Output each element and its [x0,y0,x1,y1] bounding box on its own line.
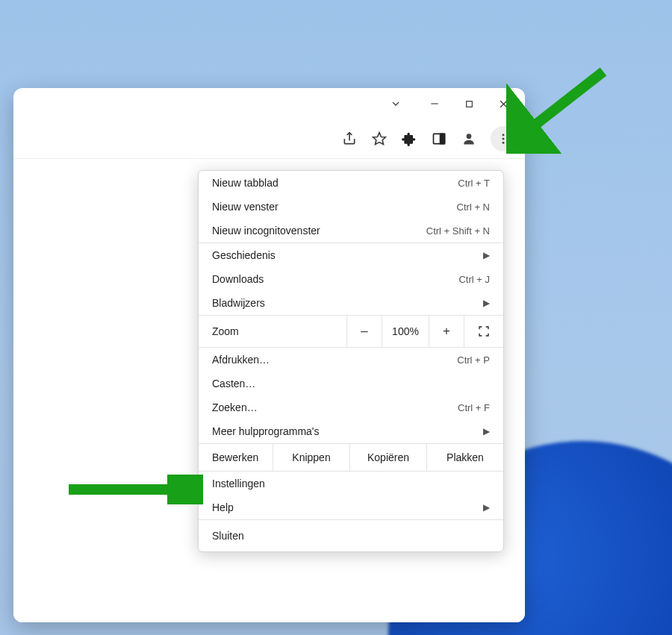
window-close-button[interactable] [486,92,520,116]
menu-label: Downloads [212,273,264,285]
svg-rect-1 [466,101,472,107]
menu-shortcut: Ctrl + F [458,402,490,413]
edit-cut-button[interactable]: Knippen [273,444,349,471]
window-minimize-button[interactable] [417,92,452,116]
menu-shortcut: Ctrl + T [458,178,490,189]
menu-label: Zoeken… [212,401,258,413]
menu-shortcut: Ctrl + N [457,201,490,213]
window-titlebar [13,88,525,119]
profile-icon[interactable] [461,131,477,147]
zoom-label: Zoom [199,325,346,337]
svg-point-10 [503,134,505,136]
menu-label: Geschiedenis [212,249,276,261]
fullscreen-button[interactable] [464,316,503,347]
share-icon[interactable] [341,131,358,147]
chrome-main-menu: Nieuw tabblad Ctrl + T Nieuw venster Ctr… [198,170,504,552]
tab-chevron-down[interactable] [379,92,413,116]
menu-item-new-window[interactable]: Nieuw venster Ctrl + N [199,195,503,219]
menu-label: Meer hulpprogramma's [212,425,320,437]
menu-edit-row: Bewerken Knippen Kopiëren Plakken [199,443,503,472]
bookmark-star-icon[interactable] [371,131,388,147]
menu-item-more-tools[interactable]: Meer hulpprogramma's ▶ [199,419,503,443]
extensions-icon[interactable] [401,131,417,147]
menu-item-quit[interactable]: Sluiten [199,519,503,551]
menu-shortcut: Ctrl + P [457,354,490,366]
menu-label: Afdrukken… [212,354,270,366]
menu-item-print[interactable]: Afdrukken… Ctrl + P [199,348,503,372]
edit-label: Bewerken [199,444,273,471]
menu-item-new-tab[interactable]: Nieuw tabblad Ctrl + T [199,171,503,195]
zoom-in-button[interactable]: + [429,316,464,347]
submenu-arrow-icon: ▶ [483,502,490,513]
menu-label: Casten… [212,378,255,390]
menu-item-settings[interactable]: Instellingen [199,472,503,495]
menu-label: Bladwijzers [212,297,265,309]
menu-shortcut: Ctrl + Shift + N [426,225,490,237]
svg-rect-8 [441,134,445,143]
menu-label: Nieuw tabblad [212,177,279,189]
svg-line-13 [521,72,603,136]
svg-point-11 [503,138,505,140]
window-maximize-button[interactable] [452,92,486,116]
zoom-value: 100% [382,316,429,347]
menu-item-help[interactable]: Help ▶ [199,495,503,519]
menu-label: Help [212,501,234,513]
menu-label: Instellingen [212,478,265,489]
menu-item-bookmarks[interactable]: Bladwijzers ▶ [199,291,503,315]
menu-item-cast[interactable]: Casten… [199,372,503,395]
menu-label: Nieuw incognitovenster [212,225,320,237]
menu-item-incognito[interactable]: Nieuw incognitovenster Ctrl + Shift + N [199,219,503,243]
edit-copy-button[interactable]: Kopiëren [349,444,426,471]
menu-item-zoom: Zoom – 100% + [199,315,503,348]
menu-label: Nieuw venster [212,201,279,213]
submenu-arrow-icon: ▶ [483,250,490,260]
side-panel-icon[interactable] [431,131,447,147]
svg-marker-5 [373,133,386,145]
menu-shortcut: Ctrl + J [458,274,490,285]
svg-point-9 [467,134,472,139]
browser-toolbar [13,119,525,159]
zoom-out-button[interactable]: – [346,316,382,347]
edit-paste-button[interactable]: Plakken [426,444,503,471]
menu-label: Sluiten [212,530,244,542]
submenu-arrow-icon: ▶ [483,426,490,437]
submenu-arrow-icon: ▶ [483,298,490,308]
menu-item-downloads[interactable]: Downloads Ctrl + J [199,267,503,291]
kebab-menu-button[interactable] [491,126,516,151]
svg-point-12 [503,142,505,144]
menu-item-find[interactable]: Zoeken… Ctrl + F [199,395,503,419]
menu-item-history[interactable]: Geschiedenis ▶ [199,243,503,267]
